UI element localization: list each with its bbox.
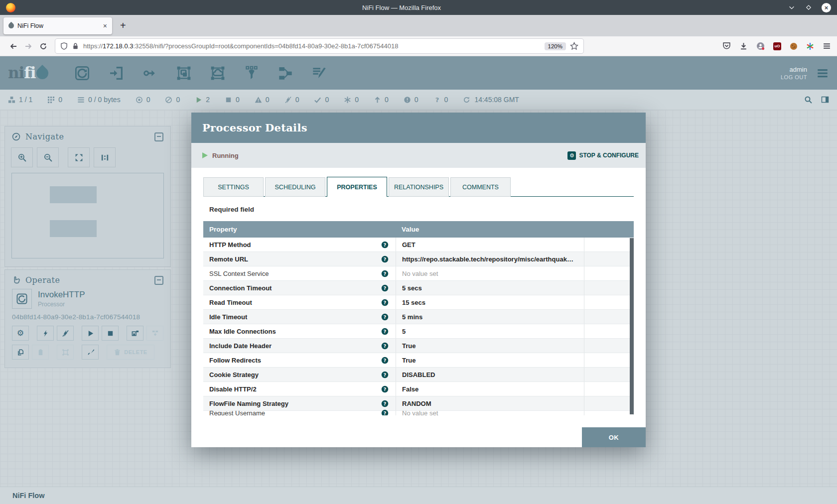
zoom-in-button[interactable] [11,147,33,167]
svg-text:?: ? [384,400,386,406]
revert-version-button[interactable] [146,326,163,341]
help-icon[interactable]: ? [381,400,389,407]
help-icon[interactable]: ? [381,241,389,249]
processor-details-dialog: Processor Details Running ⚙ STOP & CONFI… [191,113,646,447]
value-column-header: Value [396,226,584,233]
search-icon[interactable] [804,96,812,104]
save-version-button[interactable] [127,326,143,341]
property-row: Max Idle Connections?5 [203,324,634,339]
pocket-icon[interactable] [722,42,731,50]
remote-process-group-icon[interactable] [210,65,226,81]
property-name: Remote URL [209,255,381,263]
processor-badge-icon [12,289,32,309]
bolt-icon [42,330,49,337]
tab-scheduling[interactable]: SCHEDULING [265,177,325,197]
browser-toolbar: https://172.18.0.3:32558/nifi/?processGr… [0,36,837,56]
help-icon[interactable]: ? [381,409,389,415]
downloads-icon[interactable] [739,42,748,50]
zoom-actual-size-button[interactable] [94,147,116,167]
help-icon[interactable]: ? [381,328,389,335]
colorful-extension-icon[interactable] [806,42,814,50]
property-value: True [396,353,584,367]
configure-button[interactable]: ⚙ [12,326,29,341]
collapse-operate-button[interactable] [154,276,163,285]
delete-button[interactable]: DELETE [107,345,154,360]
label-icon[interactable] [311,65,327,81]
help-icon[interactable]: ? [381,371,389,378]
property-row: Connection Timeout?5 secs [203,281,634,295]
locally-modified-stale-icon [404,96,411,104]
status-count: 0 [444,96,448,104]
group-button[interactable] [57,345,74,360]
table-scrollbar[interactable] [630,238,634,414]
help-icon[interactable]: ? [381,270,389,277]
breadcrumb[interactable]: NiFi Flow [0,487,837,504]
browser-tabstrip: NiFi Flow × + [0,15,837,36]
help-icon[interactable]: ? [381,342,389,350]
not-transmitting-icon [165,96,172,104]
screen: NiFi Flow — Mozilla Firefox × NiFi Flow … [0,0,837,504]
tab-close-icon[interactable]: × [103,22,107,30]
input-port-icon[interactable] [108,65,124,81]
stop-button[interactable] [102,326,119,341]
global-menu-icon[interactable] [816,67,829,80]
close-icon[interactable]: × [822,3,831,12]
funnel-icon[interactable] [244,65,260,81]
property-value: RANDOM [396,396,584,410]
disable-button[interactable] [57,326,74,341]
enable-button[interactable] [37,326,54,341]
window-titlebar: NiFi Flow — Mozilla Firefox × [0,0,837,15]
property-value: True [396,339,584,353]
tab-settings[interactable]: SETTINGS [203,177,264,197]
tracking-shield-icon[interactable] [60,42,68,50]
start-button[interactable] [82,326,99,341]
ok-button[interactable]: OK [582,427,646,447]
cluster-icon [8,96,15,104]
paste-button[interactable] [32,345,49,360]
new-tab-button[interactable]: + [120,20,126,31]
account-containers-icon[interactable] [756,42,765,50]
cookie-extension-icon[interactable] [790,42,798,50]
lock-icon[interactable] [72,42,79,50]
threads-icon [47,96,55,104]
output-port-icon[interactable] [142,65,158,81]
template-icon[interactable] [278,65,293,81]
zoom-out-button[interactable] [37,147,59,167]
ublock-icon[interactable]: uO [773,42,781,50]
tab-relationships[interactable]: RELATIONSHIPS [389,177,449,197]
url-bar[interactable]: https://172.18.0.3:32558/nifi/?processGr… [55,38,584,54]
help-icon[interactable]: ? [381,255,389,263]
tab-properties[interactable]: PROPERTIES [327,177,387,197]
reload-button[interactable] [36,39,51,54]
process-group-icon[interactable] [176,65,192,81]
forward-button[interactable] [21,39,36,54]
processor-icon[interactable] [74,65,90,81]
back-button[interactable] [6,39,21,54]
stop-and-configure-button[interactable]: ⚙ STOP & CONFIGURE [567,151,639,160]
logout-link[interactable]: LOG OUT [781,74,807,80]
bookmark-star-icon[interactable] [570,42,578,50]
copy-button[interactable] [12,345,29,360]
hamburger-menu-icon[interactable] [823,42,831,50]
help-icon[interactable]: ? [381,313,389,321]
settings-panel-icon[interactable] [821,96,829,104]
tab-comments[interactable]: COMMENTS [450,177,511,197]
color-button[interactable] [82,345,99,360]
page-zoom-badge[interactable]: 120% [545,42,566,50]
help-icon[interactable]: ? [381,385,389,393]
property-extra-cell [584,266,634,280]
maximize-icon[interactable] [805,3,813,11]
help-icon[interactable]: ? [381,299,389,306]
help-icon[interactable]: ? [381,357,389,364]
revert-flow-icon [151,330,159,337]
birdseye-minimap[interactable] [11,173,164,258]
refresh-icon[interactable] [463,96,470,104]
operate-panel: Operate InvokeHTTP Processor 04b8fd14-80… [4,269,171,368]
zoom-fit-button[interactable] [68,147,90,167]
property-column-header: Property [203,226,396,233]
browser-tab[interactable]: NiFi Flow × [3,17,112,34]
minimize-icon[interactable] [788,3,796,11]
svg-text:?: ? [384,314,386,319]
help-icon[interactable]: ? [381,284,389,292]
collapse-navigate-button[interactable] [154,132,163,141]
